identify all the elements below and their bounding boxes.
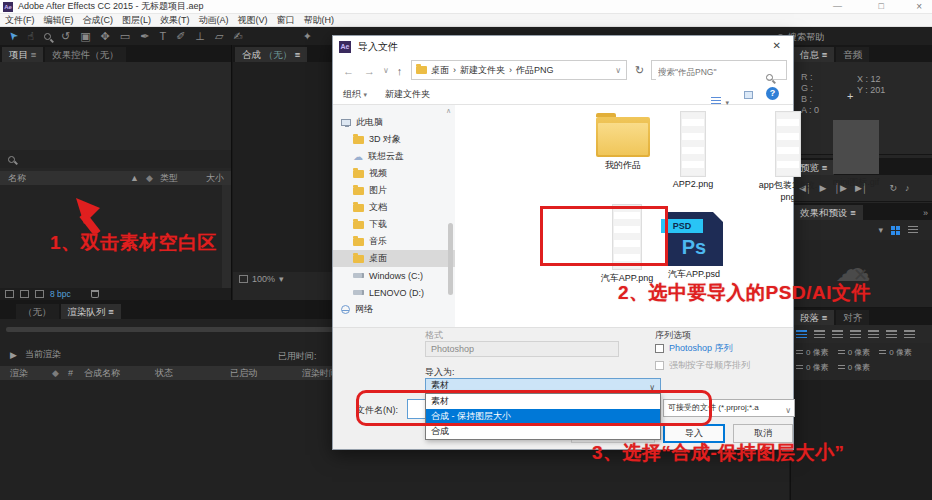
- search-input[interactable]: [656, 64, 768, 80]
- new-folder-button[interactable]: 新建文件夹: [385, 88, 430, 101]
- interpret-footage-icon[interactable]: [5, 290, 14, 298]
- sidebar-item-3d-objects[interactable]: 3D 对象: [333, 131, 455, 148]
- crumb-current[interactable]: 作品PNG: [516, 64, 554, 77]
- zoom-tool-icon[interactable]: [44, 27, 51, 45]
- breadcrumb[interactable]: 桌面 › 新建文件夹 › 作品PNG ∨: [411, 60, 627, 80]
- selection-tool-icon[interactable]: ➤: [8, 27, 17, 45]
- col-render[interactable]: 渲染: [10, 368, 28, 378]
- file-item-app-package[interactable]: app包装1修改. png: [757, 111, 819, 202]
- tab-project[interactable]: 项目 ≡: [2, 47, 43, 62]
- chevron-down-icon[interactable]: ▾: [878, 225, 883, 235]
- pan-behind-tool-icon[interactable]: ✥: [101, 27, 110, 45]
- space-after-field[interactable]: 0 像素: [838, 362, 871, 373]
- scroll-up-icon[interactable]: ∧: [446, 107, 451, 115]
- new-composition-icon[interactable]: [35, 290, 44, 298]
- justify-last-center-icon[interactable]: [868, 330, 879, 339]
- chevron-down-icon[interactable]: ▾: [279, 274, 284, 284]
- menu-animation[interactable]: 动画(A): [199, 14, 229, 27]
- loop-icon[interactable]: ↻: [890, 183, 898, 193]
- search-box[interactable]: [651, 60, 787, 80]
- option-comp[interactable]: 合成: [426, 424, 660, 439]
- tab-composition[interactable]: 合成 （无） ≡: [235, 47, 307, 62]
- brush-tool-icon[interactable]: ✐: [176, 27, 185, 45]
- history-dropdown-icon[interactable]: ∨: [383, 66, 389, 75]
- sort-arrow-icon[interactable]: ▲: [130, 171, 139, 185]
- tab-effect-controls[interactable]: 效果控件（无）: [45, 47, 126, 62]
- menu-view[interactable]: 视图(V): [238, 14, 268, 27]
- sidebar-item-lenovo-d[interactable]: LENOVO (D:): [333, 284, 455, 301]
- menu-effect[interactable]: 效果(T): [160, 14, 190, 27]
- tab-footage-none[interactable]: （无）: [16, 304, 59, 319]
- organize-button[interactable]: 组织 ▾: [343, 88, 367, 101]
- thumbnail-view-icon[interactable]: [891, 226, 900, 235]
- file-item-mini-icon[interactable]: mini图标.gif: [823, 111, 889, 189]
- file-item-folder[interactable]: 我的作品: [569, 117, 677, 172]
- new-folder-icon[interactable]: [20, 290, 29, 298]
- file-item-car-app-psd[interactable]: PSD Ps 汽车APP.psd: [661, 212, 727, 281]
- align-right-icon[interactable]: [832, 330, 843, 339]
- audio-icon[interactable]: ♪: [905, 183, 910, 193]
- maximize-button[interactable]: □: [879, 1, 884, 11]
- space-before-field[interactable]: 0 像素: [838, 347, 871, 358]
- menu-edit[interactable]: 编辑(E): [44, 14, 74, 27]
- tab-info[interactable]: 信息 ≡: [793, 47, 834, 62]
- refresh-icon[interactable]: ↻: [635, 64, 644, 77]
- column-type[interactable]: 类型: [160, 171, 178, 185]
- up-icon[interactable]: ↑: [397, 65, 403, 77]
- close-button[interactable]: ×: [916, 1, 922, 12]
- dialog-close-icon[interactable]: ✕: [773, 40, 781, 51]
- align-left-icon[interactable]: [796, 330, 807, 339]
- bpc-indicator[interactable]: 8 bpc: [50, 289, 71, 299]
- puppet-pin-tool-icon[interactable]: ✦: [303, 27, 312, 45]
- col-status[interactable]: 状态: [155, 366, 173, 380]
- column-size[interactable]: 大小: [206, 171, 224, 185]
- tab-render-queue[interactable]: 渲染队列 ≡: [61, 304, 121, 319]
- trash-icon[interactable]: [91, 290, 99, 298]
- crumb-new-folder[interactable]: 新建文件夹: [460, 64, 505, 77]
- rotation-tool-icon[interactable]: ↺: [61, 27, 70, 45]
- pen-tool-icon[interactable]: ✒: [140, 27, 149, 45]
- label-color-icon[interactable]: ◆: [146, 171, 153, 185]
- tab-effects-presets[interactable]: 效果和预设 ≡: [793, 205, 863, 220]
- tab-audio[interactable]: 音频: [836, 47, 869, 62]
- snapshot-icon[interactable]: [239, 275, 248, 283]
- zoom-level[interactable]: 100%: [252, 274, 275, 284]
- col-started[interactable]: 已启动: [230, 366, 257, 380]
- search-icon[interactable]: [766, 74, 773, 81]
- sidebar-item-downloads[interactable]: 下载: [333, 216, 455, 233]
- align-center-icon[interactable]: [814, 330, 825, 339]
- shape-tool-icon[interactable]: ▭: [120, 27, 130, 45]
- justify-last-left-icon[interactable]: [850, 330, 861, 339]
- first-line-indent-field[interactable]: 0 像素: [796, 362, 829, 373]
- roto-brush-tool-icon[interactable]: ✍: [233, 27, 242, 45]
- justify-all-icon[interactable]: [904, 330, 915, 339]
- minimize-button[interactable]: —: [833, 1, 842, 11]
- list-view-icon[interactable]: [908, 226, 918, 234]
- menu-window[interactable]: 窗口: [277, 14, 295, 27]
- project-scrollbar[interactable]: [222, 185, 231, 288]
- type-tool-icon[interactable]: T: [159, 27, 166, 45]
- menu-help[interactable]: 帮助(H): [304, 14, 335, 27]
- hand-tool-icon[interactable]: ☝: [27, 27, 34, 45]
- column-name[interactable]: 名称: [8, 173, 26, 183]
- col-comp-name[interactable]: 合成名称: [84, 366, 120, 380]
- indent-left-field[interactable]: 0 像素: [796, 347, 829, 358]
- sidebar-item-desktop[interactable]: 桌面: [333, 250, 455, 267]
- menu-file[interactable]: 文件(F): [5, 14, 35, 27]
- sidebar-scrollbar[interactable]: [448, 223, 453, 295]
- sidebar-item-network[interactable]: 网络: [333, 301, 455, 318]
- sidebar-item-windows-c[interactable]: Windows (C:): [333, 267, 455, 284]
- crumb-desktop[interactable]: 桌面: [431, 64, 449, 77]
- menu-layer[interactable]: 图层(L): [122, 14, 151, 27]
- sidebar-item-music[interactable]: 音乐: [333, 233, 455, 250]
- menu-composition[interactable]: 合成(C): [83, 14, 114, 27]
- label-color-icon[interactable]: ◆: [52, 366, 59, 380]
- tab-align[interactable]: 对齐: [836, 310, 869, 325]
- back-icon[interactable]: ←: [343, 65, 354, 77]
- panel-expand-icon[interactable]: »: [923, 208, 928, 218]
- photoshop-sequence-option[interactable]: Photoshop 序列: [655, 342, 733, 355]
- preview-pane-icon[interactable]: [744, 91, 753, 99]
- sidebar-item-videos[interactable]: 视频: [333, 165, 455, 182]
- indent-right-field[interactable]: 0 像素: [879, 347, 912, 358]
- sidebar-item-this-pc[interactable]: 此电脑: [333, 114, 455, 131]
